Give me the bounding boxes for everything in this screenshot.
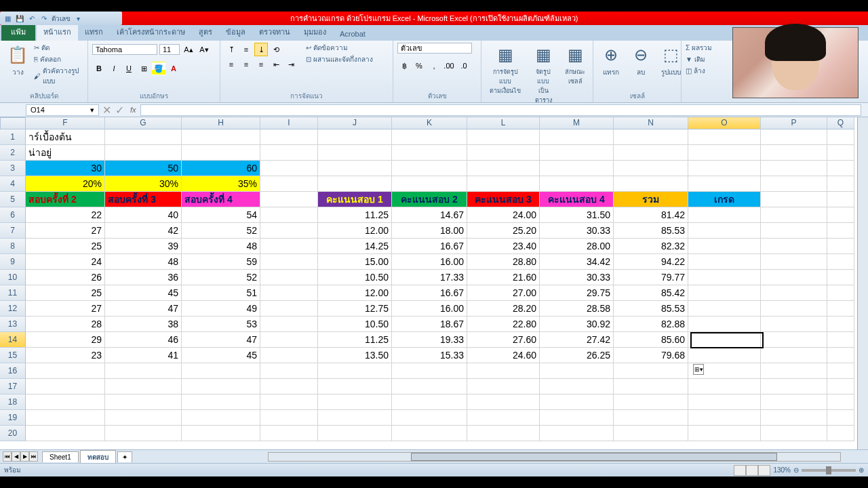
cancel-icon[interactable]: ✕ — [100, 104, 113, 117]
row-header[interactable]: 10 — [0, 270, 26, 285]
row-header[interactable]: 1 — [0, 129, 26, 145]
cell[interactable] — [614, 363, 688, 379]
cell[interactable]: 27.60 — [467, 332, 540, 348]
cell[interactable] — [105, 394, 182, 410]
cell[interactable]: 39 — [105, 239, 182, 254]
cell[interactable]: รวม — [614, 192, 688, 207]
cell[interactable] — [827, 207, 854, 223]
zoom-slider[interactable] — [802, 469, 856, 472]
cell[interactable] — [827, 129, 854, 145]
view-normal-button[interactable] — [734, 465, 746, 476]
col-header[interactable]: G — [105, 117, 182, 129]
cell[interactable] — [540, 145, 614, 161]
cell[interactable] — [761, 363, 827, 379]
cell[interactable]: 47 — [105, 301, 182, 317]
comma-button[interactable]: , — [427, 59, 441, 73]
row-header[interactable]: 13 — [0, 317, 26, 332]
cell[interactable] — [318, 176, 392, 192]
cell[interactable] — [467, 394, 540, 410]
cell[interactable] — [540, 394, 614, 410]
cell[interactable] — [105, 426, 182, 441]
save-icon[interactable]: 💾 — [15, 14, 24, 23]
cell[interactable]: 27.42 — [540, 332, 614, 348]
cell[interactable] — [467, 176, 540, 192]
cell[interactable] — [688, 379, 761, 394]
cell[interactable]: 16.67 — [392, 239, 467, 254]
clear-button[interactable]: ◫ล้าง — [686, 66, 715, 76]
cell[interactable]: 28.20 — [467, 301, 540, 317]
row-header[interactable]: 6 — [0, 207, 26, 223]
cell[interactable] — [260, 270, 318, 285]
cell[interactable] — [827, 285, 854, 301]
cell[interactable] — [761, 254, 827, 270]
col-header[interactable]: L — [467, 117, 540, 129]
cell[interactable] — [827, 379, 854, 394]
sheet-tab-active[interactable]: ทดสอบ — [80, 450, 116, 464]
cell[interactable]: 34.42 — [540, 254, 614, 270]
row-header[interactable]: 17 — [0, 379, 26, 394]
autofill-options-button[interactable]: ⊞▾ — [693, 364, 704, 375]
row-header[interactable]: 9 — [0, 254, 26, 270]
horizontal-scrollbar[interactable] — [268, 452, 841, 462]
cell[interactable] — [260, 223, 318, 239]
row-header[interactable]: 15 — [0, 348, 26, 363]
cell[interactable] — [26, 363, 105, 379]
orientation-button[interactable]: ⟲ — [269, 43, 283, 56]
cell[interactable] — [392, 410, 467, 426]
cell[interactable]: 21.60 — [467, 270, 540, 285]
cell[interactable]: 30% — [105, 176, 182, 192]
undo-icon[interactable]: ↶ — [27, 14, 37, 23]
cell[interactable]: 30 — [26, 161, 105, 176]
grow-font-button[interactable]: A▴ — [182, 43, 195, 56]
cell[interactable] — [467, 426, 540, 441]
view-layout-button[interactable] — [746, 465, 758, 476]
cell[interactable] — [688, 301, 761, 317]
cell[interactable]: 35% — [182, 176, 260, 192]
cell[interactable] — [392, 394, 467, 410]
cell[interactable] — [105, 145, 182, 161]
cell[interactable] — [614, 379, 688, 394]
cell[interactable]: 81.42 — [614, 207, 688, 223]
cell[interactable] — [105, 379, 182, 394]
cell[interactable] — [614, 161, 688, 176]
cell[interactable] — [540, 363, 614, 379]
cell[interactable]: 53 — [182, 317, 260, 332]
cell[interactable]: 17.33 — [392, 270, 467, 285]
cell[interactable] — [827, 176, 854, 192]
file-tab[interactable]: แฟ้ม — [1, 23, 35, 41]
row-header[interactable]: 2 — [0, 145, 26, 161]
cell[interactable] — [540, 426, 614, 441]
align-left-button[interactable]: ≡ — [224, 58, 238, 71]
cell[interactable]: 59 — [182, 254, 260, 270]
cell[interactable] — [318, 363, 392, 379]
paste-button[interactable]: 📋 วาง — [4, 43, 31, 79]
cell[interactable] — [260, 317, 318, 332]
cell[interactable] — [688, 223, 761, 239]
view-break-button[interactable] — [758, 465, 770, 476]
cell[interactable] — [182, 363, 260, 379]
select-all-corner[interactable] — [0, 117, 26, 129]
cell[interactable]: 49 — [182, 301, 260, 317]
cell[interactable]: 30.92 — [540, 317, 614, 332]
wrap-text-button[interactable]: ↩ตัดข้อความ — [306, 43, 373, 53]
cell[interactable]: 24.60 — [467, 348, 540, 363]
cell[interactable] — [260, 285, 318, 301]
cell[interactable]: 52 — [182, 223, 260, 239]
cell[interactable] — [688, 332, 761, 348]
cell[interactable]: 14.67 — [392, 207, 467, 223]
cell[interactable] — [827, 161, 854, 176]
cell[interactable] — [827, 410, 854, 426]
insert-cells-button[interactable]: ⊕แทรก — [597, 43, 625, 79]
cell[interactable]: 45 — [105, 285, 182, 301]
cell[interactable] — [688, 161, 761, 176]
cell[interactable]: 85.42 — [614, 285, 688, 301]
cell[interactable] — [260, 332, 318, 348]
cell[interactable] — [688, 239, 761, 254]
indent-inc-button[interactable]: ⇥ — [284, 58, 298, 71]
row-header[interactable]: 7 — [0, 223, 26, 239]
cell[interactable] — [614, 410, 688, 426]
cell[interactable]: 16.00 — [392, 254, 467, 270]
cell[interactable]: คะแนนสอบ 1 — [318, 192, 392, 207]
cell[interactable]: 10.50 — [318, 270, 392, 285]
cell[interactable] — [761, 410, 827, 426]
